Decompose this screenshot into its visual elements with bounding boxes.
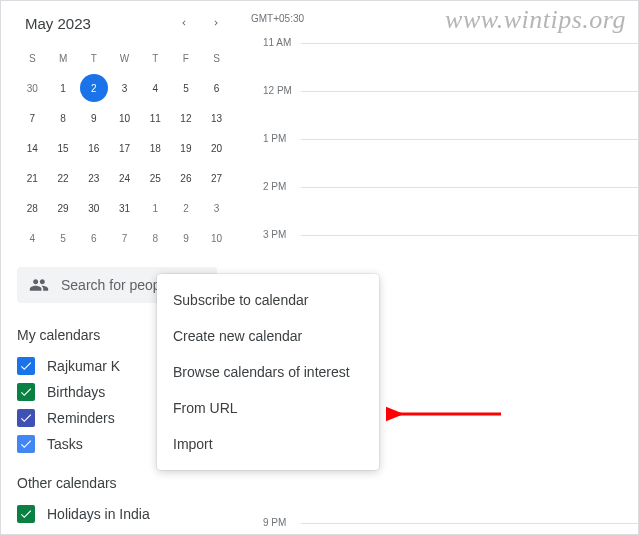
mini-calendar-day[interactable]: 31 <box>110 194 138 222</box>
calendar-checkbox[interactable] <box>17 409 35 427</box>
calendar-label: Birthdays <box>47 384 105 400</box>
chevron-right-icon <box>211 18 221 28</box>
mini-calendar-day[interactable]: 24 <box>110 164 138 192</box>
mini-calendar-day[interactable]: 30 <box>80 194 108 222</box>
mini-calendar-day[interactable]: 27 <box>203 164 231 192</box>
hour-gridline <box>301 139 638 140</box>
mini-calendar-day[interactable]: 7 <box>18 104 46 132</box>
dow-label: S <box>18 44 46 72</box>
dow-label: F <box>172 44 200 72</box>
mini-calendar-day[interactable]: 5 <box>49 224 77 252</box>
mini-calendar-day[interactable]: 9 <box>172 224 200 252</box>
calendar-checkbox[interactable] <box>17 357 35 375</box>
mini-calendar-day[interactable]: 2 <box>80 74 108 102</box>
mini-calendar-day[interactable]: 3 <box>203 194 231 222</box>
mini-calendar-day[interactable]: 9 <box>80 104 108 132</box>
people-icon <box>29 275 49 295</box>
mini-calendar-day[interactable]: 26 <box>172 164 200 192</box>
check-icon <box>19 385 33 399</box>
dow-label: S <box>203 44 231 72</box>
check-icon <box>19 411 33 425</box>
mini-calendar-day[interactable]: 17 <box>110 134 138 162</box>
calendar-checkbox[interactable] <box>17 435 35 453</box>
calendar-label: Reminders <box>47 410 115 426</box>
chevron-left-icon <box>179 18 189 28</box>
calendar-label: Holidays in India <box>47 506 150 522</box>
check-icon <box>19 437 33 451</box>
mini-calendar-day[interactable]: 23 <box>80 164 108 192</box>
mini-calendar-day[interactable]: 28 <box>18 194 46 222</box>
menu-from-url[interactable]: From URL <box>157 390 379 426</box>
mini-calendar-title: May 2023 <box>25 15 91 32</box>
mini-calendar-day[interactable]: 5 <box>172 74 200 102</box>
mini-calendar-day[interactable]: 6 <box>203 74 231 102</box>
mini-calendar-day[interactable]: 4 <box>18 224 46 252</box>
hour-label: 9 PM <box>263 517 286 528</box>
mini-calendar-day[interactable]: 30 <box>18 74 46 102</box>
hour-label: 12 PM <box>263 85 292 96</box>
hour-gridline <box>301 187 638 188</box>
dow-label: T <box>141 44 169 72</box>
mini-calendar-day[interactable]: 15 <box>49 134 77 162</box>
mini-calendar-day[interactable]: 18 <box>141 134 169 162</box>
hour-label: 3 PM <box>263 229 286 240</box>
check-icon <box>19 507 33 521</box>
check-icon <box>19 359 33 373</box>
mini-calendar-day[interactable]: 25 <box>141 164 169 192</box>
mini-calendar-day[interactable]: 14 <box>18 134 46 162</box>
hour-gridline <box>301 523 638 524</box>
hour-label: 2 PM <box>263 181 286 192</box>
hour-gridline <box>301 43 638 44</box>
add-calendar-menu: Subscribe to calendar Create new calenda… <box>157 274 379 470</box>
mini-calendar-day[interactable]: 7 <box>110 224 138 252</box>
mini-calendar-day[interactable]: 8 <box>141 224 169 252</box>
mini-calendar-day[interactable]: 1 <box>49 74 77 102</box>
hour-gridline <box>301 235 638 236</box>
mini-calendar-day[interactable]: 13 <box>203 104 231 132</box>
calendar-item[interactable]: Holidays in India <box>17 501 241 527</box>
mini-calendar-day[interactable]: 12 <box>172 104 200 132</box>
search-placeholder: Search for people <box>61 277 172 293</box>
mini-calendar-day[interactable]: 19 <box>172 134 200 162</box>
mini-calendar: May 2023 SMTWTFS301234567891011121314151… <box>17 11 232 253</box>
menu-browse[interactable]: Browse calendars of interest <box>157 354 379 390</box>
dow-label: M <box>49 44 77 72</box>
mini-calendar-day[interactable]: 10 <box>110 104 138 132</box>
timezone-label: GMT+05:30 <box>251 13 304 24</box>
mini-calendar-day[interactable]: 6 <box>80 224 108 252</box>
other-calendars-header[interactable]: Other calendars <box>17 469 241 497</box>
mini-calendar-day[interactable]: 16 <box>80 134 108 162</box>
mini-calendar-day[interactable]: 11 <box>141 104 169 132</box>
menu-create-new[interactable]: Create new calendar <box>157 318 379 354</box>
calendar-label: Tasks <box>47 436 83 452</box>
mini-calendar-day[interactable]: 10 <box>203 224 231 252</box>
mini-calendar-day[interactable]: 20 <box>203 134 231 162</box>
calendar-label: Rajkumar K <box>47 358 120 374</box>
mini-calendar-day[interactable]: 4 <box>141 74 169 102</box>
mini-calendar-day[interactable]: 29 <box>49 194 77 222</box>
mini-calendar-day[interactable]: 21 <box>18 164 46 192</box>
prev-month-button[interactable] <box>172 11 196 35</box>
hour-label: 11 AM <box>263 37 291 48</box>
dow-label: W <box>110 44 138 72</box>
mini-calendar-day[interactable]: 8 <box>49 104 77 132</box>
arrow-annotation <box>386 402 506 426</box>
next-month-button[interactable] <box>204 11 228 35</box>
calendar-checkbox[interactable] <box>17 383 35 401</box>
dow-label: T <box>80 44 108 72</box>
mini-calendar-day[interactable]: 3 <box>110 74 138 102</box>
mini-calendar-day[interactable]: 2 <box>172 194 200 222</box>
calendar-checkbox[interactable] <box>17 505 35 523</box>
menu-import[interactable]: Import <box>157 426 379 462</box>
hour-gridline <box>301 91 638 92</box>
mini-calendar-day[interactable]: 1 <box>141 194 169 222</box>
hour-label: 1 PM <box>263 133 286 144</box>
menu-subscribe[interactable]: Subscribe to calendar <box>157 282 379 318</box>
mini-calendar-day[interactable]: 22 <box>49 164 77 192</box>
